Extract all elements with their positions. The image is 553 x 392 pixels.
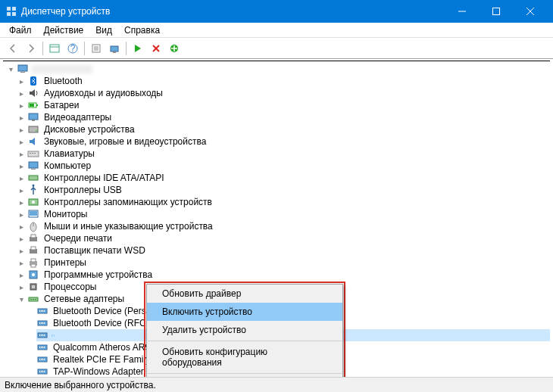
expand-icon[interactable]: ▸	[17, 76, 26, 86]
expand-icon[interactable]: ▸	[17, 234, 26, 243]
svg-point-40	[32, 201, 35, 204]
svg-rect-82	[41, 359, 42, 360]
svg-rect-89	[44, 371, 45, 372]
category-label: Программные устройства	[42, 269, 154, 280]
ctx-enable-device[interactable]: Включить устройство	[147, 303, 342, 321]
category-label: Клавиатуры	[42, 148, 96, 159]
printqueue-icon	[27, 244, 39, 257]
expand-icon[interactable]: ▸	[17, 161, 26, 170]
menu-view[interactable]: Вид	[91, 23, 117, 37]
svg-rect-50	[31, 259, 36, 262]
tree-category-node[interactable]: ▸Аудиовходы и аудиовыходы	[3, 87, 550, 99]
svg-rect-72	[41, 334, 42, 336]
category-label: Аудиовходы и аудиовыходы	[42, 88, 164, 98]
menu-help[interactable]: Справка	[120, 23, 164, 37]
expand-icon[interactable]: ▸	[17, 246, 26, 255]
menu-action[interactable]: Действие	[39, 23, 89, 37]
tree-category-node[interactable]: ▸Мыши и иные указывающие устройства	[3, 220, 550, 232]
uninstall-button[interactable]	[148, 40, 164, 57]
svg-rect-0	[7, 7, 11, 11]
minimize-button[interactable]	[445, 0, 479, 23]
tree-category-node[interactable]: ▸Программные устройства	[3, 269, 550, 281]
tree-category-node[interactable]: ▸Батареи	[3, 99, 550, 111]
disk-icon	[27, 123, 39, 135]
svg-rect-69	[44, 322, 45, 324]
enable-button[interactable]	[130, 40, 146, 57]
expand-icon[interactable]: ▸	[17, 222, 26, 231]
expand-icon[interactable]: ▾	[17, 294, 26, 303]
category-label: Видеоадаптеры	[42, 112, 113, 123]
expand-icon[interactable]: ▸	[17, 185, 26, 194]
app-icon	[6, 6, 17, 17]
svg-rect-33	[32, 153, 33, 154]
forward-button[interactable]	[23, 40, 39, 57]
svg-point-53	[32, 273, 35, 276]
maximize-button[interactable]	[479, 0, 513, 23]
tree-root-node[interactable]: ▾	[3, 63, 550, 75]
svg-rect-42	[30, 211, 37, 216]
tree-category-node[interactable]: ▸Контроллеры USB	[3, 184, 550, 196]
help-button[interactable]: ?	[64, 40, 81, 57]
tree-category-node[interactable]: ▸Поставщик печати WSD	[3, 244, 550, 257]
svg-rect-46	[31, 235, 36, 238]
tree-category-node[interactable]: ▸Очереди печати	[3, 232, 550, 244]
category-label: Bluetooth	[42, 76, 84, 86]
ctx-scan-hardware[interactable]: Обновить конфигурацию оборудования	[147, 343, 342, 372]
monitor-icon	[27, 208, 39, 220]
tree-category-node[interactable]: ▸Звуковые, игровые и видеоустройства	[3, 135, 550, 148]
update-button[interactable]	[166, 40, 183, 57]
svg-rect-8	[50, 45, 59, 52]
ctx-remove-device[interactable]: Удалить устройство	[147, 321, 342, 339]
expand-icon[interactable]: ▸	[17, 137, 26, 146]
toolbar: ?	[0, 38, 553, 59]
expand-icon[interactable]: ▸	[17, 89, 26, 98]
scan-button[interactable]	[106, 40, 123, 57]
category-label: Очереди печати	[42, 233, 114, 244]
expand-icon[interactable]: ▸	[17, 125, 26, 134]
expand-icon[interactable]: ▸	[17, 198, 26, 207]
tree-category-node[interactable]: ▸Видеоадаптеры	[3, 111, 550, 123]
svg-rect-61	[39, 310, 40, 312]
expand-icon[interactable]: ▸	[17, 270, 26, 279]
svg-rect-22	[20, 72, 25, 73]
ctx-separator	[148, 373, 342, 374]
expand-icon[interactable]: ▸	[17, 101, 26, 110]
device-tree[interactable]: ▾▸Bluetooth▸Аудиовходы и аудиовыходы▸Бат…	[3, 61, 550, 377]
context-menu-highlight-box: Обновить драйвер Включить устройство Уда…	[144, 282, 345, 377]
expand-icon[interactable]: ▸	[17, 113, 26, 122]
tree-category-node[interactable]: ▸Bluetooth	[3, 75, 550, 87]
back-button[interactable]	[5, 40, 21, 57]
tree-category-node[interactable]: ▸Принтеры	[3, 257, 550, 269]
ctx-separator	[148, 341, 342, 341]
tree-category-node[interactable]: ▸Контроллеры запоминающих устройств	[3, 196, 550, 208]
properties-button[interactable]	[88, 40, 105, 57]
tree-category-node[interactable]: ▸Мониторы	[3, 208, 550, 220]
tree-category-node[interactable]: ▸Клавиатуры	[3, 148, 550, 160]
svg-rect-25	[36, 104, 38, 106]
expand-icon[interactable]: ▸	[17, 173, 26, 182]
tree-category-node[interactable]: ▸Дисковые устройства	[3, 123, 550, 135]
tree-category-node[interactable]: ▸Компьютер	[3, 160, 550, 172]
svg-rect-68	[42, 322, 43, 324]
bluetooth-icon	[27, 75, 39, 87]
tree-category-node[interactable]: ▸Контроллеры IDE ATA/ATAPI	[3, 172, 550, 184]
expand-icon[interactable]: ▸	[17, 258, 26, 267]
expand-icon[interactable]: ▸	[17, 149, 26, 158]
category-label: Сетевые адаптеры	[42, 294, 126, 304]
computer-icon	[17, 63, 29, 75]
show-hide-button[interactable]	[46, 40, 63, 57]
close-button[interactable]	[513, 0, 547, 23]
svg-rect-63	[42, 310, 43, 312]
network-adapter-icon	[36, 366, 48, 377]
svg-point-38	[33, 185, 35, 187]
svg-rect-66	[39, 322, 40, 324]
expand-icon[interactable]: ▸	[17, 282, 26, 291]
expand-icon[interactable]: ▸	[17, 210, 26, 219]
menu-file[interactable]: Файл	[5, 23, 36, 37]
ctx-update-driver[interactable]: Обновить драйвер	[147, 285, 342, 303]
storage-icon	[27, 196, 39, 208]
keyboard-icon	[27, 148, 39, 160]
svg-rect-37	[29, 176, 38, 180]
network-icon	[27, 293, 39, 305]
network-adapter-icon	[36, 329, 48, 341]
